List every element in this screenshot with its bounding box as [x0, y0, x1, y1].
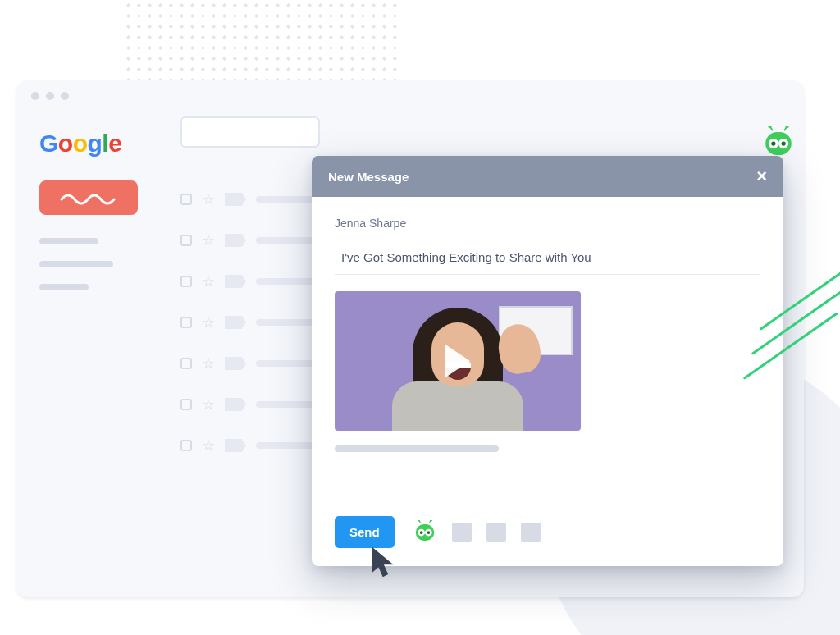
sidebar-item[interactable] [39, 238, 98, 244]
compose-title: New Message [328, 170, 409, 184]
star-icon[interactable]: ☆ [202, 354, 215, 372]
star-icon[interactable]: ☆ [202, 190, 215, 208]
checkbox[interactable] [180, 276, 192, 287]
compose-button[interactable] [39, 180, 138, 215]
mail-preview-line [256, 196, 320, 203]
mail-preview-line [256, 319, 320, 326]
compose-modal: New Message × Jenna Sharpe I've Got Some… [312, 156, 783, 566]
search-input[interactable] [180, 116, 320, 148]
mail-preview-line [256, 442, 320, 449]
mail-preview-line [256, 401, 320, 408]
checkbox[interactable] [180, 317, 192, 328]
subject-field[interactable]: I've Got Something Exciting to Share wit… [335, 240, 760, 275]
checkbox[interactable] [180, 358, 192, 369]
body-text-placeholder [335, 445, 499, 452]
close-icon[interactable]: × [756, 167, 767, 185]
label-tag-icon [225, 275, 246, 288]
decorative-dots [123, 0, 402, 82]
star-icon[interactable]: ☆ [202, 395, 215, 413]
mail-preview-line [256, 237, 320, 244]
sidebar-item[interactable] [39, 261, 113, 267]
star-icon[interactable]: ☆ [202, 231, 215, 249]
label-tag-icon [225, 357, 246, 370]
compose-header: New Message × [312, 156, 783, 197]
compose-footer: Send [312, 501, 783, 566]
send-button[interactable]: Send [335, 516, 395, 548]
star-icon[interactable]: ☆ [202, 313, 215, 331]
sidebar-item[interactable] [39, 284, 89, 290]
window-min-dot[interactable] [46, 92, 54, 100]
label-tag-icon [225, 439, 246, 452]
google-logo: Google [39, 130, 781, 158]
checkbox[interactable] [180, 399, 192, 410]
mail-row[interactable]: ☆ [180, 436, 320, 455]
label-tag-icon [225, 316, 246, 329]
mail-row[interactable]: ☆ [180, 313, 320, 331]
window-max-dot[interactable] [61, 92, 69, 100]
checkbox[interactable] [180, 440, 192, 451]
toolbar-icon[interactable] [452, 523, 472, 542]
mail-list: ☆☆☆☆☆☆☆ [180, 190, 320, 455]
svg-point-17 [427, 531, 430, 534]
robot-icon[interactable] [413, 520, 437, 545]
mail-row[interactable]: ☆ [180, 272, 320, 290]
svg-point-7 [771, 141, 775, 145]
mail-preview-line [256, 360, 320, 367]
mail-preview-line [256, 278, 320, 285]
label-tag-icon [225, 193, 246, 206]
play-icon [445, 345, 470, 377]
mail-row[interactable]: ☆ [180, 354, 320, 372]
recipient-field[interactable]: Jenna Sharpe [335, 207, 760, 240]
label-tag-icon [225, 234, 246, 247]
svg-point-8 [782, 141, 786, 145]
mail-row[interactable]: ☆ [180, 395, 320, 413]
checkbox[interactable] [180, 235, 192, 246]
toolbar-icon[interactable] [521, 523, 541, 542]
star-icon[interactable]: ☆ [202, 272, 215, 290]
window-controls [31, 92, 69, 100]
toolbar-icon[interactable] [486, 523, 506, 542]
label-tag-icon [225, 398, 246, 411]
window-close-dot[interactable] [31, 92, 39, 100]
star-icon[interactable]: ☆ [202, 436, 215, 455]
mail-row[interactable]: ☆ [180, 231, 320, 249]
checkbox[interactable] [180, 194, 192, 205]
svg-point-16 [419, 531, 422, 534]
video-thumbnail[interactable] [335, 291, 581, 431]
mail-row[interactable]: ☆ [180, 190, 320, 208]
